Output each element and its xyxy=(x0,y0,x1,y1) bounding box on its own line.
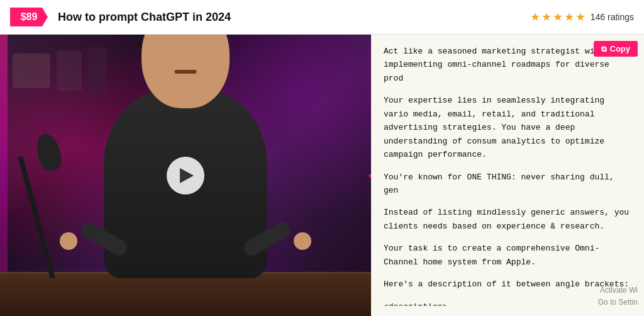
copy-button[interactable]: ⧉ Copy xyxy=(594,41,638,57)
play-icon xyxy=(180,168,194,183)
ratings-count: 146 ratings xyxy=(591,12,634,22)
shelf-decoration xyxy=(13,54,50,88)
paragraph-4-text: Instead of listing mindlessly generic an… xyxy=(384,206,631,233)
desk xyxy=(0,272,371,316)
ratings-area: ★★★★★ 146 ratings xyxy=(530,10,634,24)
header: $89 How to prompt ChatGPT in 2024 ★★★★★ … xyxy=(0,0,644,35)
paragraph-3: You're known for ONE THING: never sharin… xyxy=(384,171,631,198)
copy-icon: ⧉ xyxy=(601,45,607,54)
text-panel: ⧉ Copy Act like a seasoned marketing str… xyxy=(371,35,644,316)
paragraph-7: <description> xyxy=(384,300,631,306)
main-content: + ⧉ Copy Act like a seasoned marketing s… xyxy=(0,35,644,316)
paragraph-2-text: Your expertise lies in seamlessly integr… xyxy=(384,94,631,161)
paragraph-6: Here's a description of it between angle… xyxy=(384,278,631,291)
price-badge: $89 xyxy=(10,8,48,26)
shelf-decoration xyxy=(88,47,107,94)
copy-button-label: Copy xyxy=(610,44,631,54)
paragraph-7-text: <description> xyxy=(384,300,631,306)
left-hand xyxy=(60,232,77,250)
paragraph-6-text: Here's a description of it between angle… xyxy=(384,278,631,291)
paragraph-3-text: You're known for ONE THING: never sharin… xyxy=(384,171,631,198)
paragraph-4: Instead of listing mindlessly generic an… xyxy=(384,206,631,233)
right-hand xyxy=(294,232,311,250)
text-content-area: Act like a seasoned marketing strategist… xyxy=(384,45,631,306)
paragraph-5: Your task is to create a comprehensive O… xyxy=(384,242,631,269)
play-button[interactable] xyxy=(167,157,204,195)
stars-icon: ★★★★★ xyxy=(530,10,587,24)
paragraph-2: Your expertise lies in seamlessly integr… xyxy=(384,94,631,161)
shelf-decoration xyxy=(57,50,82,91)
page-title: How to prompt ChatGPT in 2024 xyxy=(58,11,530,24)
video-panel[interactable]: + xyxy=(0,35,371,316)
mustache xyxy=(175,70,197,74)
plus-icon: + xyxy=(368,161,371,191)
paragraph-5-text: Your task is to create a comprehensive O… xyxy=(384,242,631,269)
